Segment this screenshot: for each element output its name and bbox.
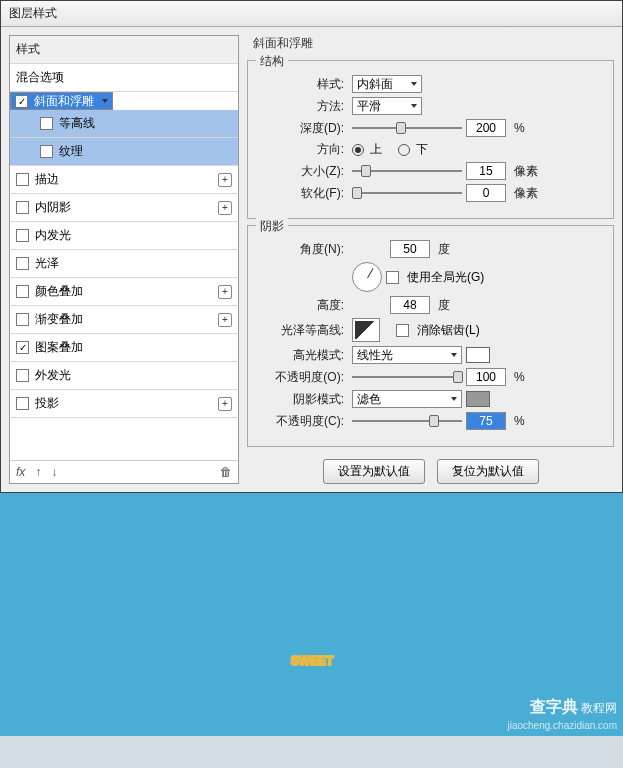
arrow-up-icon[interactable]: ↑ <box>35 465 41 479</box>
shading-group: 阴影 角度(N):50度 使用全局光(G) 高度:48度 光泽等高线:消除锯齿(… <box>247 225 614 447</box>
panel-title: 斜面和浮雕 <box>247 35 614 54</box>
make-default-button[interactable]: 设置为默认值 <box>323 459 425 484</box>
altitude-input[interactable]: 48 <box>390 296 430 314</box>
highlight-opacity-input[interactable]: 100 <box>466 368 506 386</box>
shadow-mode-label: 阴影模式: <box>258 391 348 408</box>
sidebar-item-coloroverlay[interactable]: 颜色叠加+ <box>10 278 238 306</box>
depth-label: 深度(D): <box>258 120 348 137</box>
plus-icon[interactable]: + <box>218 397 232 411</box>
fx-icon[interactable]: fx <box>16 465 25 479</box>
sidebar-item-outerglow[interactable]: 外发光 <box>10 362 238 390</box>
altitude-label: 高度: <box>258 297 348 314</box>
checkbox-icon[interactable] <box>16 257 29 270</box>
highlight-opacity-label: 不透明度(O): <box>258 369 348 386</box>
shadow-color-swatch[interactable] <box>466 391 490 407</box>
sidebar-item-dropshadow[interactable]: 投影+ <box>10 390 238 418</box>
checkbox-icon[interactable] <box>16 229 29 242</box>
checkbox-icon[interactable] <box>16 341 29 354</box>
gloss-contour-picker[interactable] <box>352 318 380 342</box>
size-label: 大小(Z): <box>258 163 348 180</box>
sidebar-blend-options[interactable]: 混合选项 <box>10 64 238 92</box>
depth-input[interactable]: 200 <box>466 119 506 137</box>
size-slider[interactable] <box>352 164 462 178</box>
styles-sidebar: 样式 混合选项 斜面和浮雕 等高线 纹理 描边+ 内阴影+ 内发光 光泽 颜色叠… <box>9 35 239 484</box>
shadow-mode-select[interactable]: 滤色 <box>352 390 462 408</box>
trash-icon[interactable]: 🗑 <box>220 465 232 479</box>
structure-title: 结构 <box>256 53 288 70</box>
shadow-opacity-label: 不透明度(C): <box>258 413 348 430</box>
angle-input[interactable]: 50 <box>390 240 430 258</box>
highlight-mode-label: 高光模式: <box>258 347 348 364</box>
checkbox-icon[interactable] <box>40 117 53 130</box>
checkbox-icon[interactable] <box>40 145 53 158</box>
sidebar-item-gradientoverlay[interactable]: 渐变叠加+ <box>10 306 238 334</box>
highlight-color-swatch[interactable] <box>466 347 490 363</box>
shadow-opacity-input[interactable]: 75 <box>466 412 506 430</box>
plus-icon[interactable]: + <box>218 313 232 327</box>
sidebar-item-patternoverlay[interactable]: 图案叠加 <box>10 334 238 362</box>
highlight-opacity-slider[interactable] <box>352 370 462 384</box>
checkbox-icon[interactable] <box>16 173 29 186</box>
default-buttons: 设置为默认值 复位为默认值 <box>247 459 614 484</box>
style-select[interactable]: 内斜面 <box>352 75 422 93</box>
dialog-title: 图层样式 <box>1 1 622 27</box>
style-label: 样式: <box>258 76 348 93</box>
preview-canvas: SWEET 查字典 教程网 jiaocheng.chazidian.com <box>0 493 623 736</box>
sidebar-item-contour[interactable]: 等高线 <box>10 110 238 138</box>
global-light-checkbox[interactable] <box>386 271 399 284</box>
soften-input[interactable]: 0 <box>466 184 506 202</box>
checkbox-icon[interactable] <box>15 95 28 108</box>
plus-icon[interactable]: + <box>218 201 232 215</box>
layer-style-dialog: 图层样式 样式 混合选项 斜面和浮雕 等高线 纹理 描边+ 内阴影+ 内发光 光… <box>0 0 623 493</box>
highlight-mode-select[interactable]: 线性光 <box>352 346 462 364</box>
direction-up-radio[interactable] <box>352 144 364 156</box>
sidebar-item-innershadow[interactable]: 内阴影+ <box>10 194 238 222</box>
checkbox-icon[interactable] <box>16 313 29 326</box>
sidebar-item-bevel[interactable]: 斜面和浮雕 <box>10 92 113 110</box>
direction-down-radio[interactable] <box>398 144 410 156</box>
checkbox-icon[interactable] <box>16 285 29 298</box>
sidebar-header[interactable]: 样式 <box>10 36 238 64</box>
svg-text:SWEET: SWEET <box>290 654 333 668</box>
depth-slider[interactable] <box>352 121 462 135</box>
angle-dial[interactable] <box>352 262 382 292</box>
reset-default-button[interactable]: 复位为默认值 <box>437 459 539 484</box>
size-input[interactable]: 15 <box>466 162 506 180</box>
depth-unit: % <box>514 121 525 135</box>
checkbox-icon[interactable] <box>16 369 29 382</box>
structure-group: 结构 样式:内斜面 方法:平滑 深度(D):200% 方向:上下 大小(Z):1… <box>247 60 614 219</box>
method-select[interactable]: 平滑 <box>352 97 422 115</box>
shading-title: 阴影 <box>256 218 288 235</box>
antialias-checkbox[interactable] <box>396 324 409 337</box>
arrow-down-icon[interactable]: ↓ <box>51 465 57 479</box>
angle-label: 角度(N): <box>258 241 348 258</box>
sidebar-footer: fx ↑ ↓ 🗑 <box>10 460 238 483</box>
sweet-text-graphic: SWEET <box>12 525 612 705</box>
sidebar-item-stroke[interactable]: 描边+ <box>10 166 238 194</box>
checkbox-icon[interactable] <box>16 397 29 410</box>
shadow-opacity-slider[interactable] <box>352 414 462 428</box>
plus-icon[interactable]: + <box>218 173 232 187</box>
settings-panel: 斜面和浮雕 结构 样式:内斜面 方法:平滑 深度(D):200% 方向:上下 大… <box>247 35 614 484</box>
size-unit: 像素 <box>514 163 538 180</box>
gloss-label: 光泽等高线: <box>258 322 348 339</box>
sidebar-item-texture[interactable]: 纹理 <box>10 138 238 166</box>
checkbox-icon[interactable] <box>16 201 29 214</box>
method-label: 方法: <box>258 98 348 115</box>
soften-slider[interactable] <box>352 186 462 200</box>
sidebar-item-satin[interactable]: 光泽 <box>10 250 238 278</box>
watermark: 查字典 教程网 jiaocheng.chazidian.com <box>507 697 617 732</box>
soften-unit: 像素 <box>514 185 538 202</box>
direction-label: 方向: <box>258 141 348 158</box>
plus-icon[interactable]: + <box>218 285 232 299</box>
soften-label: 软化(F): <box>258 185 348 202</box>
sidebar-item-innerglow[interactable]: 内发光 <box>10 222 238 250</box>
